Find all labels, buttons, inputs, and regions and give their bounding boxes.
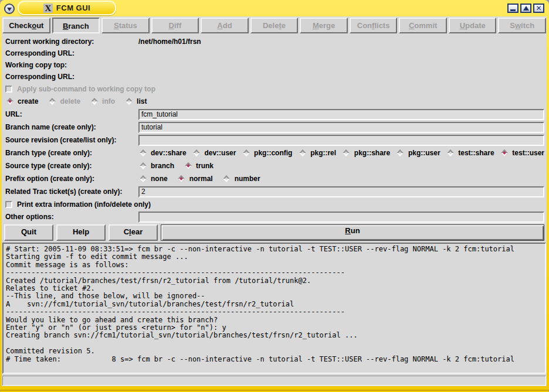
- radio-label: dev::user: [204, 149, 236, 157]
- radio-label: pkg::share: [354, 149, 390, 157]
- run-button[interactable]: Run: [161, 224, 544, 241]
- tab-update: Update: [449, 18, 497, 33]
- form-row-other-options: Other options:: [5, 210, 544, 223]
- branch-type-radio-pkg-rel[interactable]: pkg::rel: [298, 149, 336, 158]
- source-type-radio-group: branchtrunk: [138, 162, 544, 171]
- field-label: Current working directory:: [5, 38, 138, 46]
- source-type-radio-branch[interactable]: branch: [138, 162, 174, 171]
- radio-label: pkg::config: [254, 149, 292, 157]
- radio-label: trunk: [196, 162, 214, 170]
- print-extra-information-checkbox[interactable]: [5, 201, 12, 208]
- field-label: Related Trac ticket(s) (create only):: [5, 188, 138, 196]
- radio-diamond-icon: [298, 149, 307, 158]
- radio-diamond-icon: [48, 97, 56, 106]
- tab-delete: Delete: [250, 18, 299, 33]
- source-type-radio-trunk[interactable]: trunk: [184, 162, 214, 171]
- form-row-working-copy-top: Working copy top:: [5, 59, 544, 71]
- tab-switch: Switch: [498, 18, 546, 33]
- quit-button[interactable]: Quit: [4, 224, 53, 241]
- form-row-current-working-directory: Current working directory:/net/home/h01/…: [5, 36, 544, 47]
- branch-action-radio-info: info: [90, 97, 115, 106]
- maximize-icon: [523, 6, 529, 11]
- radio-diamond-icon: [500, 149, 509, 158]
- minimize-button[interactable]: [507, 4, 518, 13]
- apply-subcommand-label: Apply sub-command to working copy top: [17, 85, 155, 93]
- tab-merge: Merge: [300, 18, 348, 33]
- radio-diamond-icon: [138, 149, 147, 158]
- maximize-button[interactable]: [520, 4, 531, 13]
- branch-type-radio-pkg-share[interactable]: pkg::share: [342, 149, 390, 158]
- radio-diamond-icon: [177, 175, 186, 183]
- prefix-option-radio-normal[interactable]: normal: [177, 175, 213, 183]
- branch-type-radio-dev-user[interactable]: dev::user: [192, 149, 236, 158]
- tab-status: Status: [101, 18, 150, 33]
- radio-label: delete: [60, 97, 80, 105]
- branch-type-radio-dev-share[interactable]: dev::share: [138, 149, 187, 158]
- form-row-source-type: Source type (create only):branchtrunk: [5, 159, 544, 172]
- form-row-apply-subcommand: Apply sub-command to working copy top: [5, 83, 544, 95]
- form-row-print-extra-information: Print extra information (info/delete onl…: [5, 198, 544, 210]
- field-label: Branch name (create only):: [5, 123, 138, 131]
- window-title: FCM GUI: [56, 4, 90, 12]
- prefix-option-radio-number[interactable]: number: [222, 175, 260, 183]
- radio-diamond-icon: [342, 149, 351, 158]
- form: Current working directory:/net/home/h01/…: [2, 34, 547, 223]
- tab-add: Add: [201, 18, 249, 33]
- prefix-option-radio-none[interactable]: none: [138, 175, 168, 183]
- branch-action-radio-group: createdeleteinfolist: [5, 97, 544, 106]
- radio-diamond-icon: [396, 149, 405, 158]
- help-button[interactable]: Help: [56, 224, 106, 241]
- field-label: URL:: [5, 110, 138, 118]
- form-row-url: URL:: [5, 108, 544, 121]
- close-button[interactable]: ✕: [533, 4, 544, 13]
- app-body: CheckoutBranchStatusDiffAddDeleteMergeCo…: [2, 16, 547, 386]
- console-output[interactable]: # Start: 2005-11-09 08:33:51=> fcm br -c…: [2, 243, 546, 374]
- radio-label: test::share: [458, 149, 494, 157]
- form-row-branch-type: Branch type (create only):dev::sharedev:…: [5, 146, 544, 159]
- clear-button[interactable]: Clear: [109, 224, 158, 241]
- tab-commit: Commit: [399, 18, 447, 33]
- branch-type-radio-test-share[interactable]: test::share: [446, 149, 494, 158]
- branch-action-radio-create[interactable]: create: [5, 97, 38, 106]
- other-options-input[interactable]: [138, 212, 544, 223]
- radio-label: create: [18, 97, 38, 105]
- radio-label: normal: [189, 175, 213, 183]
- x11-icon: X: [43, 4, 53, 13]
- tab-branch[interactable]: Branch: [52, 18, 100, 33]
- radio-label: info: [102, 97, 115, 105]
- form-row-prefix-option: Prefix option (create only):nonenormalnu…: [5, 172, 544, 185]
- field-label: Corresponding URL:: [5, 49, 138, 57]
- radio-label: pkg::rel: [310, 149, 336, 157]
- branch-action-radio-list[interactable]: list: [124, 97, 147, 106]
- form-row-branch-name: Branch name (create only):: [5, 121, 544, 134]
- tab-checkout[interactable]: Checkout: [2, 18, 50, 33]
- minimize-icon: [510, 9, 516, 11]
- form-row-related-trac-tickets: Related Trac ticket(s) (create only):: [5, 185, 544, 198]
- title-tab[interactable]: X FCM GUI: [18, 1, 116, 15]
- radio-diamond-icon: [222, 175, 231, 183]
- field-label: Prefix option (create only):: [5, 175, 138, 183]
- form-row-corresponding-url-1: Corresponding URL:: [5, 47, 544, 59]
- radio-diamond-icon: [138, 175, 147, 183]
- form-row-source-revision: Source revision (create/list only):: [5, 134, 544, 146]
- branch-action-radio-delete: delete: [48, 97, 80, 106]
- window-menu-button[interactable]: [4, 4, 15, 14]
- radio-diamond-icon: [446, 149, 455, 158]
- print-extra-information-label: Print extra information (info/delete onl…: [17, 200, 151, 209]
- radio-diamond-icon: [184, 162, 192, 171]
- branch-type-radio-pkg-user[interactable]: pkg::user: [396, 149, 440, 158]
- branch-name-input[interactable]: [138, 122, 544, 133]
- form-row-corresponding-url-2: Corresponding URL:: [5, 71, 544, 83]
- prefix-option-radio-group: nonenormalnumber: [138, 175, 544, 183]
- close-icon: ✕: [536, 5, 541, 11]
- url-input[interactable]: [138, 109, 544, 120]
- fcm-gui-window: X FCM GUI ✕ CheckoutBranchStatusDiffAddD…: [0, 0, 549, 392]
- branch-type-radio-pkg-config[interactable]: pkg::config: [242, 149, 292, 158]
- chevron-down-icon: [7, 8, 12, 11]
- field-label: Branch type (create only):: [5, 149, 138, 157]
- source-revision-input[interactable]: [138, 135, 544, 146]
- branch-type-radio-test-user[interactable]: test::user: [500, 149, 544, 158]
- related-trac-tickets-input[interactable]: [138, 186, 544, 197]
- action-button-row: QuitHelpClearRun: [2, 223, 547, 241]
- form-row-branch-action: createdeleteinfolist: [5, 95, 544, 108]
